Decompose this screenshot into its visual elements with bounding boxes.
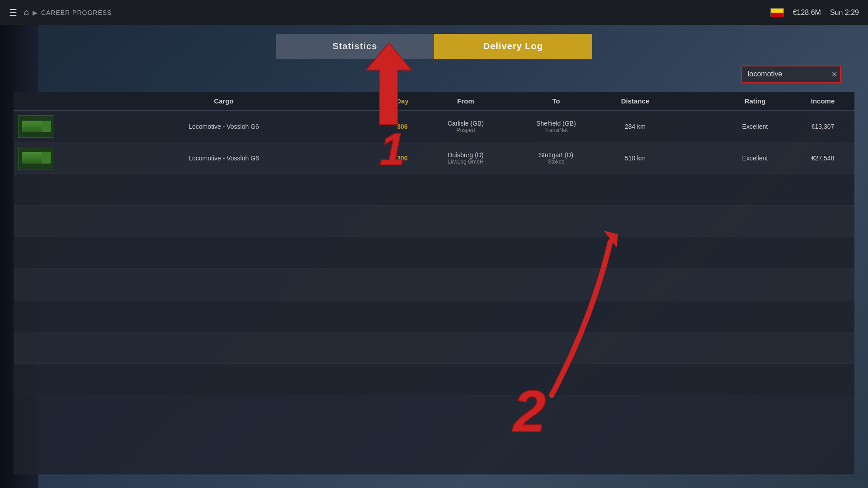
row1-cargo: Locomotive - Vossloh G6 — [63, 123, 384, 130]
row2-from: Duisburg (D) LkwLog GmbH — [420, 151, 511, 165]
empty-row — [14, 269, 854, 300]
career-progress-label: CAREER PROGRESS — [41, 9, 112, 16]
currency-display: €128.6M — [793, 9, 821, 17]
search-container: ✕ — [741, 66, 841, 83]
col-header-cargo: Cargo — [63, 97, 384, 105]
loco-body — [22, 121, 51, 132]
row1-distance: 284 km — [601, 123, 669, 130]
row1-to: Sheffield (GB) TransiNet — [511, 120, 601, 133]
home-icon[interactable]: ⌂ — [24, 8, 29, 17]
row2-cargo: Locomotive - Vossloh G6 — [63, 155, 384, 162]
row2-day: 306 — [384, 155, 420, 162]
col-header-icon — [18, 97, 63, 105]
row2-to-city: Stuttgart (D) — [539, 151, 573, 159]
row1-from-city: Carlisle (GB) — [448, 120, 484, 127]
col-header-income: Income — [796, 97, 850, 105]
row1-icon — [18, 115, 63, 138]
empty-row — [14, 174, 854, 206]
tab-statistics[interactable]: Statistics — [276, 34, 434, 59]
empty-row — [14, 237, 854, 269]
row1-day: 306 — [384, 123, 420, 130]
top-bar: ☰ ⌂ ▶ CAREER PROGRESS €128.6M Sun 2:29 — [0, 0, 868, 25]
empty-row — [14, 332, 854, 364]
col-header-to: To — [511, 97, 601, 105]
row1-from: Carlisle (GB) Posped — [420, 120, 511, 133]
row1-to-city: Sheffield (GB) — [536, 120, 576, 127]
flag-icon — [770, 8, 784, 17]
row2-from-city: Duisburg (D) — [448, 151, 483, 159]
row2-rating: Excellent — [714, 155, 796, 162]
table-row[interactable]: Locomotive - Vossloh G6 306 Carlisle (GB… — [14, 111, 854, 142]
game-time: Sun 2:29 — [830, 9, 859, 17]
tab-delivery-log[interactable]: Delivery Log — [434, 34, 592, 59]
row1-income: €13,307 — [796, 123, 850, 130]
row2-from-company: LkwLog GmbH — [448, 159, 483, 165]
breadcrumb-arrow: ▶ — [33, 9, 38, 16]
col-header-day: Day — [384, 97, 420, 105]
col-header-distance: Distance — [601, 97, 669, 105]
col-header-rating: Rating — [714, 97, 796, 105]
row1-to-company: TransiNet — [544, 127, 568, 133]
row2-distance: 510 km — [601, 155, 669, 162]
col-header-empty — [669, 97, 714, 105]
content-area: Statistics Delivery Log ✕ Cargo Day From… — [0, 25, 868, 488]
table-row[interactable]: Locomotive - Vossloh G6 306 Duisburg (D)… — [14, 142, 854, 174]
row2-income: €27,548 — [796, 155, 850, 162]
search-input[interactable] — [741, 66, 841, 83]
row1-rating: Excellent — [714, 123, 796, 130]
empty-row — [14, 300, 854, 332]
row2-icon — [18, 147, 63, 169]
loco-thumbnail — [18, 115, 54, 138]
table-header: Cargo Day From To Distance Rating Income — [14, 92, 854, 111]
top-bar-right: €128.6M Sun 2:29 — [770, 8, 859, 17]
empty-row — [14, 206, 854, 237]
search-clear-button[interactable]: ✕ — [831, 70, 837, 79]
tab-bar: Statistics Delivery Log — [276, 34, 592, 59]
delivery-log-table: Cargo Day From To Distance Rating Income… — [14, 92, 854, 474]
search-box: ✕ — [741, 66, 841, 83]
loco-body — [22, 152, 51, 164]
col-header-from: From — [420, 97, 511, 105]
row2-to-company: Stokes — [548, 159, 565, 165]
loco-thumbnail — [18, 147, 54, 169]
row1-from-company: Posped — [457, 127, 475, 133]
empty-row — [14, 364, 854, 395]
menu-icon[interactable]: ☰ — [9, 7, 17, 18]
row2-to: Stuttgart (D) Stokes — [511, 151, 601, 165]
